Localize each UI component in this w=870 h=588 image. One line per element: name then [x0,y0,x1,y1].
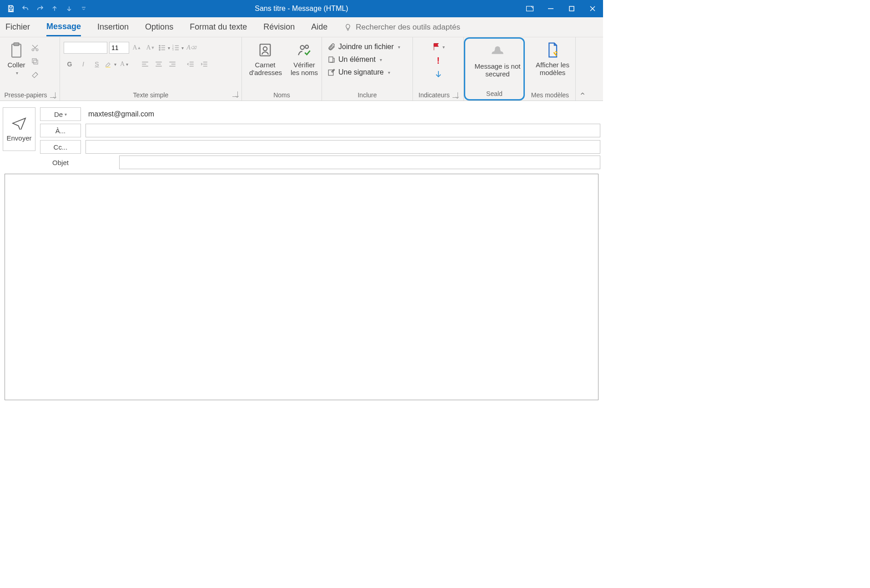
tab-review[interactable]: Révision [263,19,295,35]
seald-icon [488,42,507,60]
from-button[interactable]: De▾ [40,107,81,121]
group-include-label: Inclure [357,91,377,99]
signature-icon [327,68,336,76]
compose-area: Envoyer De▾ À... Cc... maxtest@gmail.com… [0,101,603,407]
format-painter-icon[interactable] [29,69,41,81]
next-item-icon[interactable] [63,2,75,15]
ribbon-display-options-icon[interactable] [519,0,540,17]
undo-icon[interactable] [19,2,32,15]
highlight-icon[interactable]: ▾ [105,58,116,70]
svg-rect-40 [260,44,271,56]
svg-point-43 [305,45,308,48]
redo-icon[interactable] [34,2,46,15]
copy-icon[interactable] [29,55,41,67]
subject-label: Objet [40,159,81,166]
collapse-ribbon-icon[interactable] [576,37,589,101]
send-icon [11,117,27,130]
window-title: Sans titre - Message (HTML) [0,5,603,13]
previous-item-icon[interactable] [48,2,61,15]
tab-insert[interactable]: Insertion [97,19,129,35]
check-names-button[interactable]: Vérifier les noms [285,39,324,78]
seald-secure-button[interactable]: Message is not secured ▾ [469,40,526,80]
paste-label: Coller [7,61,25,69]
quick-access-toolbar [0,2,90,15]
subject-field[interactable] [119,156,600,169]
cc-button[interactable]: Cc... [40,140,81,154]
dialog-launcher-icon[interactable] [453,92,458,98]
tell-me-search[interactable]: Rechercher des outils adaptés [344,23,460,32]
to-field[interactable] [85,124,600,137]
titlebar: Sans titre - Message (HTML) [0,0,603,17]
high-importance-icon[interactable]: ! [429,55,448,66]
svg-rect-44 [329,57,333,62]
message-body[interactable] [5,174,598,400]
font-size-select[interactable] [109,42,129,54]
maximize-icon[interactable] [561,0,582,17]
close-icon[interactable] [582,0,603,17]
group-clipboard-label: Presse-papiers [4,90,56,101]
attach-item-button[interactable]: Un élément▾ [326,55,384,65]
attach-file-label: Joindre un fichier [338,43,394,51]
svg-point-46 [495,46,500,51]
qat-customize-icon[interactable] [77,2,90,15]
address-book-button[interactable]: Carnet d'adresses [246,39,285,78]
tab-file[interactable]: Fichier [5,19,30,35]
dialog-launcher-icon[interactable] [50,92,55,98]
group-basic-text-label: Texte simple [64,90,238,101]
address-book-label: Carnet d'adresses [249,61,281,76]
group-my-templates: Afficher les modèles Mes modèles [525,37,576,101]
save-icon[interactable] [5,2,17,15]
grow-font-icon[interactable]: A▲ [131,42,143,54]
svg-rect-3 [569,6,574,11]
font-color-icon[interactable]: A▾ [118,58,130,70]
clear-formatting-icon[interactable]: A⌫ [186,42,197,54]
signature-button[interactable]: Une signature▾ [326,67,392,77]
cut-icon[interactable] [29,42,41,54]
view-templates-label: Afficher les modèles [532,61,573,76]
tab-options[interactable]: Options [145,19,173,35]
dialog-launcher-icon[interactable] [232,91,238,97]
tab-message[interactable]: Message [46,18,81,36]
group-names-label: Noms [273,91,290,99]
paste-button[interactable]: Coller ▾ [4,39,29,77]
svg-rect-11 [32,59,36,63]
italic-icon[interactable]: I [77,58,89,70]
numbering-icon[interactable]: 123▾ [172,42,184,54]
group-seald: Message is not secured ▾ Seald [464,37,525,101]
svg-text:3: 3 [172,48,174,51]
chevron-down-icon: ▾ [65,112,67,117]
tab-format[interactable]: Format du texte [190,19,247,35]
from-value: maxtest@gmail.com [85,107,600,121]
cc-field[interactable] [85,140,600,154]
svg-point-14 [159,47,160,48]
svg-rect-24 [106,67,111,68]
to-button[interactable]: À... [40,124,81,137]
ribbon-tabs: Fichier Message Insertion Options Format… [0,17,603,37]
tell-me-placeholder: Rechercher des outils adaptés [356,23,460,32]
chevron-down-icon: ▾ [16,70,18,75]
view-templates-button[interactable]: Afficher les modèles [528,39,577,78]
align-right-icon[interactable] [166,58,178,70]
lightbulb-icon [344,23,352,31]
check-names-label: Vérifier les noms [288,61,320,76]
align-center-icon[interactable] [153,58,165,70]
group-seald-label: Seald [486,90,503,97]
decrease-indent-icon[interactable] [185,58,196,70]
minimize-icon[interactable] [540,0,561,17]
attach-file-button[interactable]: Joindre un fichier▾ [326,42,402,52]
send-label: Envoyer [6,134,31,142]
font-family-select[interactable] [64,42,107,54]
bold-icon[interactable]: G [64,58,75,70]
svg-rect-10 [34,60,38,64]
underline-icon[interactable]: S [91,58,103,70]
bullets-icon[interactable]: ▾ [158,42,170,54]
shrink-font-icon[interactable]: A▼ [145,42,156,54]
low-importance-icon[interactable] [429,68,448,80]
tab-help[interactable]: Aide [311,19,327,35]
increase-indent-icon[interactable] [198,58,210,70]
align-left-icon[interactable] [139,58,151,70]
follow-up-flag-icon[interactable]: ▾ [429,41,448,53]
send-button[interactable]: Envoyer [3,107,35,151]
svg-point-41 [263,47,267,51]
svg-point-42 [301,45,305,50]
